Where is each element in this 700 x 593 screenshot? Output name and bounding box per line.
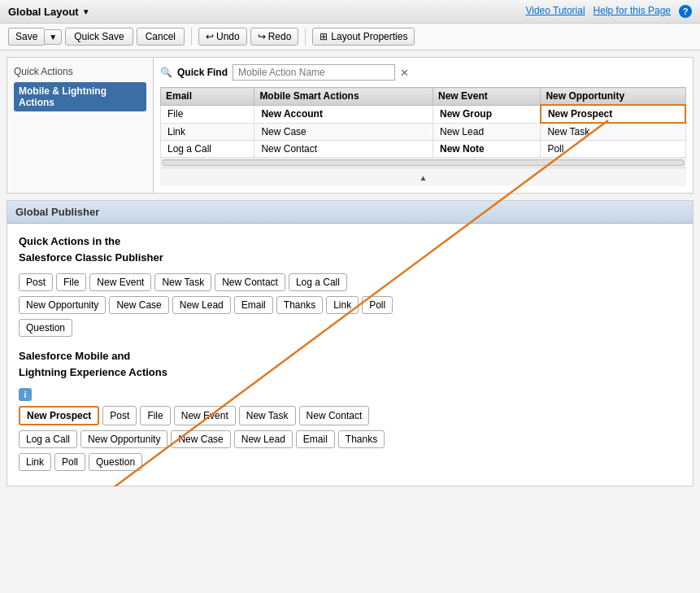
search-icon: 🔍: [160, 67, 172, 78]
cell-link: Link: [161, 123, 254, 141]
btn-post[interactable]: Post: [19, 273, 53, 291]
cell-new-group: New Group: [433, 105, 541, 123]
layout-properties-button[interactable]: ⊞ Layout Properties: [312, 28, 415, 46]
sidebar: Quick Actions Mobile & Lightning Actions: [7, 58, 154, 193]
table-row: Link New Case New Lead New Task: [161, 123, 686, 141]
cell-poll: Poll: [541, 141, 685, 158]
top-bar: Global Layout ▼ Video Tutorial Help for …: [0, 0, 700, 24]
info-icon: i: [19, 388, 32, 401]
scrollbar-track[interactable]: [162, 159, 685, 166]
btn-mobile-file[interactable]: File: [140, 406, 170, 425]
btn-link[interactable]: Link: [326, 296, 359, 314]
btn-mobile-log-a-call[interactable]: Log a Call: [19, 430, 77, 448]
btn-log-a-call[interactable]: Log a Call: [289, 273, 347, 291]
save-dropdown-arrow[interactable]: ▼: [44, 29, 62, 45]
redo-button[interactable]: ↪ Redo: [250, 28, 299, 46]
table-row: Log a Call New Contact New Note Poll: [161, 141, 686, 158]
horizontal-scrollbar[interactable]: [160, 158, 686, 168]
save-button-group: Save ▼: [8, 28, 62, 46]
top-bar-links: Video Tutorial Help for this Page ?: [525, 5, 692, 18]
btn-mobile-new-contact[interactable]: New Contact: [299, 406, 370, 425]
btn-new-contact[interactable]: New Contact: [215, 273, 285, 291]
global-publisher-section: Global Publisher Quick Actions in theSal…: [7, 200, 693, 486]
redo-label: Redo: [268, 31, 292, 42]
cancel-button[interactable]: Cancel: [137, 28, 185, 46]
global-publisher-body: Quick Actions in theSalesforce Classic P…: [7, 224, 693, 486]
btn-mobile-post[interactable]: Post: [102, 406, 137, 425]
btn-mobile-link[interactable]: Link: [19, 453, 51, 471]
quick-find-clear-icon[interactable]: ✕: [400, 67, 409, 79]
toolbar-separator-2: [305, 28, 306, 46]
btn-mobile-new-lead[interactable]: New Lead: [234, 430, 293, 448]
mobile-lightning-title: Salesforce Mobile andLightning Experienc…: [19, 348, 681, 380]
quick-save-button[interactable]: Quick Save: [65, 28, 133, 46]
table-header-row: Email Mobile Smart Actions New Event New…: [161, 88, 686, 106]
cell-new-task: New Task: [541, 123, 685, 141]
actions-table: Email Mobile Smart Actions New Event New…: [160, 87, 686, 158]
toggle-row[interactable]: ▲: [160, 168, 686, 186]
btn-mobile-new-task[interactable]: New Task: [239, 406, 296, 425]
btn-new-event[interactable]: New Event: [89, 273, 151, 291]
btn-email[interactable]: Email: [234, 296, 273, 314]
help-icon[interactable]: ?: [679, 5, 692, 18]
redo-icon: ↪: [258, 31, 266, 42]
quick-find-input[interactable]: [233, 64, 395, 81]
btn-new-case[interactable]: New Case: [109, 296, 168, 314]
page-wrapper: Global Layout ▼ Video Tutorial Help for …: [0, 0, 700, 486]
undo-button[interactable]: ↩ Undo: [198, 28, 247, 46]
classic-row-3: Question: [19, 319, 681, 337]
save-button[interactable]: Save: [8, 28, 44, 46]
btn-mobile-poll[interactable]: Poll: [54, 453, 85, 471]
col-header-new-opportunity: New Opportunity: [541, 88, 685, 106]
col-header-new-event: New Event: [433, 88, 541, 106]
sidebar-title: Quick Actions: [14, 66, 146, 77]
table-row: File New Account New Group New Prospect: [161, 105, 686, 123]
quick-find-area: 🔍 Quick Find ✕ Email Mobile Smart Action…: [154, 58, 693, 193]
main-content-panel: Quick Actions Mobile & Lightning Actions…: [7, 57, 693, 194]
col-header-email: Email: [161, 88, 254, 106]
layout-icon: ⊞: [320, 31, 328, 42]
btn-question[interactable]: Question: [19, 319, 72, 337]
cell-new-note: New Note: [433, 141, 541, 158]
toolbar-separator-1: [191, 28, 192, 46]
btn-poll[interactable]: Poll: [362, 296, 393, 314]
video-tutorial-link[interactable]: Video Tutorial: [525, 5, 585, 18]
cell-new-account: New Account: [254, 105, 433, 123]
mobile-row-2: Log a Call New Opportunity New Case New …: [19, 430, 681, 448]
undo-icon: ↩: [206, 31, 214, 42]
global-publisher-header: Global Publisher: [7, 201, 693, 224]
toolbar: Save ▼ Quick Save Cancel ↩ Undo ↪ Redo ⊞…: [0, 24, 700, 50]
quick-find-label: Quick Find: [177, 67, 228, 78]
col-header-mobile-smart: Mobile Smart Actions: [254, 88, 433, 106]
btn-new-lead[interactable]: New Lead: [172, 296, 231, 314]
help-link[interactable]: Help for this Page: [593, 5, 671, 18]
title-dropdown-icon[interactable]: ▼: [82, 7, 90, 16]
mobile-row-1: New Prospect Post File New Event New Tas…: [19, 406, 681, 425]
btn-file[interactable]: File: [56, 273, 86, 291]
btn-mobile-question[interactable]: Question: [89, 453, 142, 471]
cell-file: File: [161, 105, 254, 123]
page-title-area: Global Layout ▼: [8, 6, 90, 18]
layout-properties-label: Layout Properties: [331, 31, 407, 42]
cell-new-prospect: New Prospect: [541, 105, 685, 123]
toggle-icon[interactable]: ▲: [420, 173, 428, 182]
btn-mobile-email[interactable]: Email: [296, 430, 335, 448]
btn-mobile-new-event[interactable]: New Event: [174, 406, 236, 425]
btn-new-opportunity[interactable]: New Opportunity: [19, 296, 106, 314]
mobile-row-3: Link Poll Question: [19, 453, 681, 471]
cell-log-a-call: Log a Call: [161, 141, 254, 158]
btn-mobile-new-opportunity[interactable]: New Opportunity: [80, 430, 167, 448]
undo-label: Undo: [216, 31, 240, 42]
btn-mobile-new-prospect[interactable]: New Prospect: [19, 406, 99, 425]
btn-mobile-thanks[interactable]: Thanks: [338, 430, 385, 448]
sidebar-item-mobile-lightning[interactable]: Mobile & Lightning Actions: [14, 82, 146, 111]
btn-thanks[interactable]: Thanks: [276, 296, 323, 314]
btn-new-task[interactable]: New Task: [154, 273, 211, 291]
btn-mobile-new-case[interactable]: New Case: [171, 430, 230, 448]
cell-new-contact: New Contact: [254, 141, 433, 158]
cell-new-case: New Case: [254, 123, 433, 141]
classic-publisher-title: Quick Actions in theSalesforce Classic P…: [19, 233, 681, 265]
page-title: Global Layout: [8, 6, 79, 18]
sidebar-item-label: Mobile & Lightning Actions: [19, 85, 107, 108]
cell-new-lead: New Lead: [433, 123, 541, 141]
